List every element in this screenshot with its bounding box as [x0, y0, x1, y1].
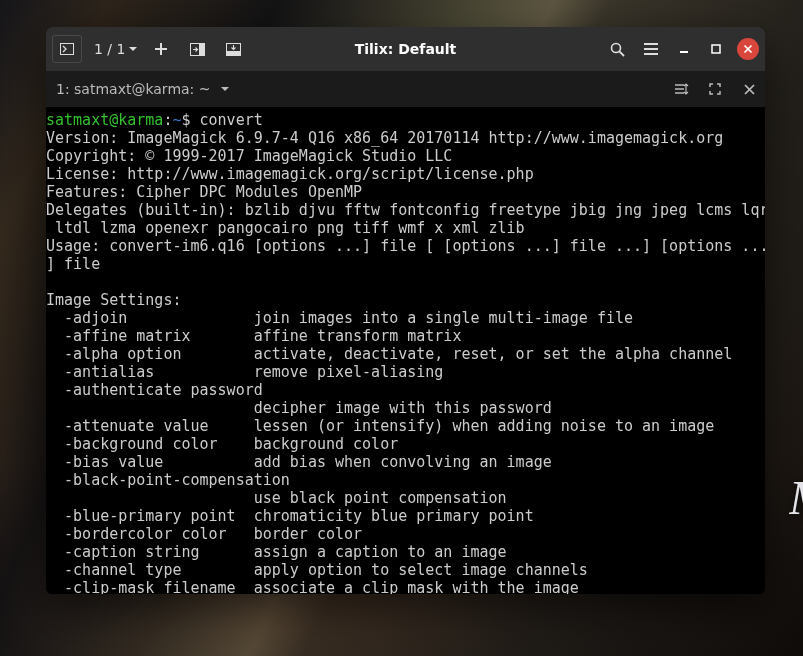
prompt-command: convert: [200, 111, 263, 129]
maximize-button[interactable]: [705, 38, 727, 60]
terminal-tab[interactable]: 1: satmaxt@karma: ~: [52, 81, 229, 97]
tilix-window: 1 / 1 Tilix: Default: [46, 27, 765, 594]
svg-rect-11: [644, 53, 658, 55]
terminal-pane[interactable]: satmaxt@karma:~$ convert Version: ImageM…: [46, 107, 765, 594]
svg-rect-13: [712, 45, 720, 53]
maximize-pane-button[interactable]: [705, 79, 725, 99]
minimize-button[interactable]: [673, 38, 695, 60]
terminal-tab-label: 1: satmaxt@karma: ~: [56, 81, 211, 97]
svg-rect-9: [644, 43, 658, 45]
prompt-user: satmaxt@karma: [46, 111, 163, 129]
split-right-button[interactable]: [185, 43, 209, 56]
close-pane-button[interactable]: [739, 79, 759, 99]
svg-line-8: [619, 51, 624, 56]
svg-point-7: [611, 43, 620, 52]
close-window-button[interactable]: [737, 38, 759, 60]
svg-rect-0: [61, 44, 74, 55]
titlebar-right: [605, 38, 759, 60]
session-ratio-label: 1 / 1: [94, 41, 125, 57]
search-button[interactable]: [605, 42, 629, 57]
titlebar: 1 / 1 Tilix: Default: [46, 27, 765, 71]
svg-rect-12: [680, 51, 688, 53]
sync-scroll-button[interactable]: [671, 79, 691, 99]
terminal-output: Version: ImageMagick 6.9.7-4 Q16 x86_64 …: [46, 129, 765, 594]
menu-button[interactable]: [639, 43, 663, 55]
chevron-down-icon: [221, 87, 229, 92]
titlebar-left: 1 / 1: [52, 35, 245, 63]
terminal-tab-bar: 1: satmaxt@karma: ~: [46, 71, 765, 107]
session-ratio[interactable]: 1 / 1: [94, 41, 137, 57]
add-terminal-button[interactable]: [149, 42, 173, 56]
prompt-dollar: $: [181, 111, 190, 129]
svg-rect-6: [227, 51, 240, 55]
terminal-tab-controls: [671, 79, 759, 99]
desktop-overlay-glyph: M: [789, 474, 803, 530]
svg-rect-4: [199, 44, 204, 55]
split-down-button[interactable]: [221, 43, 245, 56]
terminal-icon[interactable]: [52, 35, 82, 63]
svg-rect-10: [644, 48, 658, 50]
svg-rect-2: [155, 48, 167, 50]
chevron-down-icon: [129, 47, 137, 52]
